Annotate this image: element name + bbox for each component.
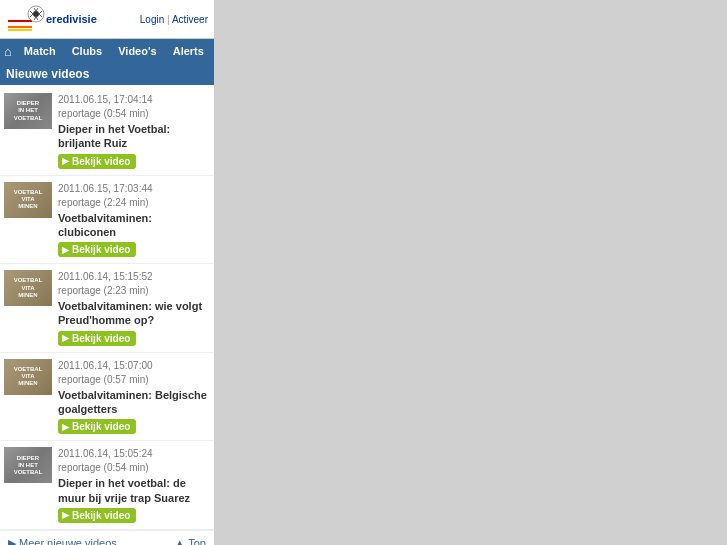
list-item: VOETBALVITAMINEN 2011.06.15, 17:03:44 re… xyxy=(0,176,214,265)
video-title: Voetbalvitaminen: clubiconen xyxy=(58,211,210,240)
top-link[interactable]: ▲ Top xyxy=(174,537,206,545)
nav-match[interactable]: Match xyxy=(16,39,64,63)
video-thumbnail: VOETBALVITAMINEN xyxy=(4,182,52,218)
video-date: 2011.06.15, 17:03:44 xyxy=(58,182,210,196)
logo-area: eredivisie xyxy=(6,4,97,34)
list-item: DIEPERIN HETVOETBAL 2011.06.14, 15:05:24… xyxy=(0,441,214,530)
site-header: eredivisie Login | Activeer xyxy=(0,0,214,39)
video-date: 2011.06.14, 15:07:00 xyxy=(58,359,210,373)
video-info: 2011.06.14, 15:05:24 reportage (0:54 min… xyxy=(58,447,210,523)
watch-video-button[interactable]: Bekijk video xyxy=(58,508,136,523)
arrow-up-icon: ▲ xyxy=(174,537,185,545)
video-thumbnail: DIEPERIN HETVOETBAL xyxy=(4,93,52,129)
video-type: reportage (2:24 min) xyxy=(58,196,210,210)
video-list: DIEPERIN HETVOETBAL 2011.06.15, 17:04:14… xyxy=(0,87,214,530)
video-info: 2011.06.14, 15:15:52 reportage (2:23 min… xyxy=(58,270,210,346)
home-icon[interactable]: ⌂ xyxy=(4,44,12,59)
svg-point-5 xyxy=(33,11,39,17)
list-item: VOETBALVITAMINEN 2011.06.14, 15:15:52 re… xyxy=(0,264,214,353)
main-navbar: ⌂ Match Clubs Video's Alerts xyxy=(0,39,214,63)
svg-rect-1 xyxy=(8,23,32,25)
svg-rect-2 xyxy=(8,26,32,28)
video-title: Dieper in het voetbal: de muur bij vrije… xyxy=(58,476,210,505)
video-date: 2011.06.14, 15:05:24 xyxy=(58,447,210,461)
video-type: reportage (0:54 min) xyxy=(58,107,210,121)
nav-alerts[interactable]: Alerts xyxy=(165,39,212,63)
video-type: reportage (0:57 min) xyxy=(58,373,210,387)
logo-text: eredivisie xyxy=(46,14,97,25)
video-type: reportage (0:54 min) xyxy=(58,461,210,475)
video-title: Voetbalvitaminen: Belgische goalgetters xyxy=(58,388,210,417)
video-date: 2011.06.15, 17:04:14 xyxy=(58,93,210,107)
watch-video-button[interactable]: Bekijk video xyxy=(58,242,136,257)
header-auth-links: Login | Activeer xyxy=(140,14,208,25)
video-info: 2011.06.14, 15:07:00 reportage (0:57 min… xyxy=(58,359,210,435)
more-videos-link[interactable]: ▶ Meer nieuwe videos xyxy=(8,537,117,545)
nav-videos[interactable]: Video's xyxy=(110,39,164,63)
more-videos-label: Meer nieuwe videos xyxy=(19,537,117,545)
video-title: Dieper in het Voetbal: briljante Ruiz xyxy=(58,122,210,151)
video-info: 2011.06.15, 17:04:14 reportage (0:54 min… xyxy=(58,93,210,169)
section-title: Nieuwe videos xyxy=(0,63,214,85)
arrow-right-icon: ▶ xyxy=(8,537,16,545)
login-link[interactable]: Login xyxy=(140,14,164,25)
list-item: VOETBALVITAMINEN 2011.06.14, 15:07:00 re… xyxy=(0,353,214,442)
video-thumbnail: VOETBALVITAMINEN xyxy=(4,359,52,395)
watch-video-button[interactable]: Bekijk video xyxy=(58,419,136,434)
top-label: Top xyxy=(188,537,206,545)
watch-video-button[interactable]: Bekijk video xyxy=(58,331,136,346)
svg-rect-0 xyxy=(8,20,32,22)
footer-links: ▶ Meer nieuwe videos ▲ Top xyxy=(0,530,214,545)
video-type: reportage (2:23 min) xyxy=(58,284,210,298)
nav-clubs[interactable]: Clubs xyxy=(64,39,111,63)
list-item: DIEPERIN HETVOETBAL 2011.06.15, 17:04:14… xyxy=(0,87,214,176)
video-title: Voetbalvitaminen: wie volgt Preud'homme … xyxy=(58,299,210,328)
video-thumbnail: DIEPERIN HETVOETBAL xyxy=(4,447,52,483)
watch-video-button[interactable]: Bekijk video xyxy=(58,154,136,169)
video-date: 2011.06.14, 15:15:52 xyxy=(58,270,210,284)
svg-rect-3 xyxy=(8,29,32,31)
video-info: 2011.06.15, 17:03:44 reportage (2:24 min… xyxy=(58,182,210,258)
logo-icon xyxy=(6,4,46,34)
activeer-link[interactable]: Activeer xyxy=(172,14,208,25)
video-thumbnail: VOETBALVITAMINEN xyxy=(4,270,52,306)
